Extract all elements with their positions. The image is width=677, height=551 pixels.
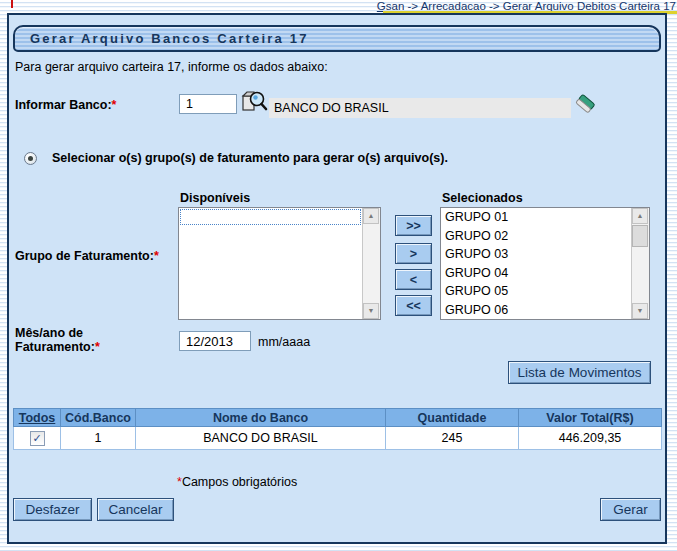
list-item[interactable]: GRUPO 06 [441,301,632,319]
row-bank-code: 1 [61,427,136,450]
movements-list-button[interactable]: Lista de Movimentos [508,361,651,384]
required-fields-note: *Campos obrigatórios [177,475,297,489]
col-header-total: Valor Total(R$) [519,409,662,427]
selected-scrollbar[interactable]: ▲ ▼ [631,208,649,319]
row-checkbox[interactable]: ✓ [30,431,45,446]
select-all-link[interactable]: Todos [14,409,61,427]
list-item[interactable]: GRUPO 04 [441,264,632,283]
move-all-left-button[interactable]: << [395,295,432,316]
cancel-button[interactable]: Cancelar [97,498,174,521]
col-header-quantity: Quantidade [386,409,519,427]
required-mark: * [112,98,117,112]
page-title-bar: Gerar Arquivo Bancos Carteira 17 [13,25,661,52]
bank-label: Informar Banco:* [15,98,116,112]
available-scrollbar[interactable]: ▲ ▼ [362,208,380,319]
selected-header: Selecionados [442,191,523,205]
list-item[interactable]: GRUPO 01 [441,208,632,227]
page: Gsan -> Arrecadacao -> Gerar Arquivo Deb… [0,0,677,551]
table-header-row: Todos Cód.Banco Nome do Banco Quantidade… [14,409,662,427]
row-total: 446.209,35 [519,427,662,450]
row-checkbox-cell: ✓ [14,427,61,450]
col-header-bank-name: Nome do Banco [136,409,386,427]
available-header: Disponíveis [180,191,250,205]
select-groups-radio[interactable] [24,152,37,165]
page-title: Gerar Arquivo Bancos Carteira 17 [15,27,659,50]
magnifier-icon[interactable] [241,89,268,116]
month-year-input[interactable] [179,331,251,351]
intro-text: Para gerar arquivo carteira 17, informe … [15,60,328,74]
move-all-right-button[interactable]: >> [395,215,432,236]
select-groups-label: Selecionar o(s) grupo(s) de faturamento … [52,151,448,165]
available-listbox[interactable]: ▲ ▼ [178,207,381,320]
list-item[interactable]: GRUPO 02 [441,227,632,246]
table-row: ✓ 1 BANCO DO BRASIL 245 446.209,35 [14,427,662,450]
scroll-up-icon[interactable]: ▲ [632,208,648,224]
scroll-down-icon[interactable]: ▼ [363,303,379,319]
eraser-icon[interactable] [574,92,597,117]
radio-dot [28,156,33,161]
month-year-hint: mm/aaaa [258,335,310,349]
scroll-thumb[interactable] [632,225,648,247]
list-item[interactable]: GRUPO 03 [441,245,632,264]
generate-button[interactable]: Gerar [600,498,661,521]
selected-list: GRUPO 01 GRUPO 02 GRUPO 03 GRUPO 04 GRUP… [441,208,632,319]
bank-name-field: BANCO DO BRASIL [269,98,571,118]
selected-listbox[interactable]: GRUPO 01 GRUPO 02 GRUPO 03 GRUPO 04 GRUP… [440,207,650,320]
move-right-button[interactable]: > [395,243,432,264]
group-label: Grupo de Faturamento:* [15,249,159,263]
undo-button[interactable]: Desfazer [13,498,92,521]
scroll-up-icon[interactable]: ▲ [363,208,379,224]
list-item[interactable]: GRUPO 05 [441,282,632,301]
bank-code-input[interactable] [179,94,237,114]
scroll-down-icon[interactable]: ▼ [632,303,648,319]
row-quantity: 245 [386,427,519,450]
row-bank-name: BANCO DO BRASIL [136,427,386,450]
available-focus-row [180,209,361,225]
move-left-button[interactable]: < [395,269,432,290]
main-panel: Gerar Arquivo Bancos Carteira 17 Para ge… [7,13,667,544]
col-header-bank-code: Cód.Banco [61,409,136,427]
month-year-label: Mês/ano de Faturamento:* [15,326,100,354]
banks-table: Todos Cód.Banco Nome do Banco Quantidade… [13,408,662,450]
